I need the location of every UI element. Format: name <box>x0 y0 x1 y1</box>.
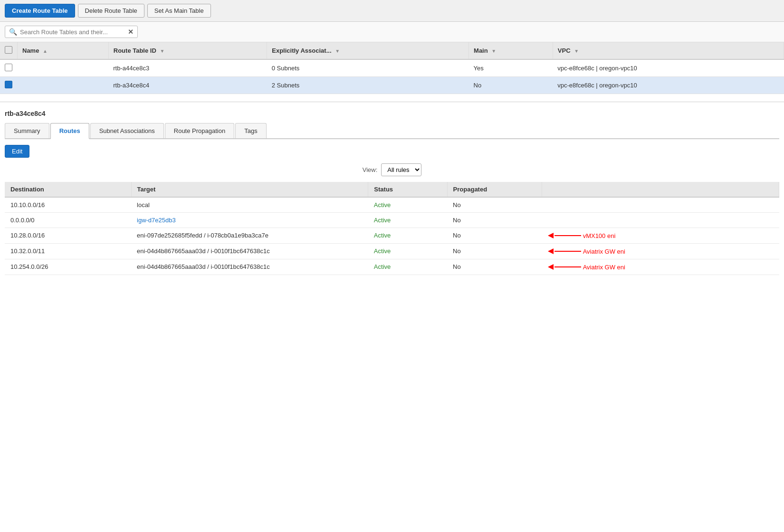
status-badge: Active <box>374 263 391 270</box>
cell-destination: 10.28.0.0/16 <box>5 228 131 244</box>
annotation-arrow-icon <box>548 263 581 271</box>
svg-marker-5 <box>548 264 554 270</box>
col-header-vpc[interactable]: VPC ▼ <box>553 42 784 59</box>
search-icon: 🔍 <box>9 28 17 36</box>
row-checkbox-col[interactable] <box>0 59 18 77</box>
cell-propagated: No <box>447 244 542 259</box>
cell-status: Active <box>368 259 447 275</box>
cell-status: Active <box>368 244 447 259</box>
routes-col-destination: Destination <box>5 182 131 197</box>
status-badge: Active <box>374 217 391 224</box>
col-header-explicitly-associated[interactable]: Explicitly Associat... ▼ <box>267 42 469 59</box>
cell-propagated: No <box>447 213 542 228</box>
tab-subnet-associations[interactable]: Subnet Associations <box>90 123 164 138</box>
cell-propagated: No <box>447 228 542 244</box>
routes-col-status: Status <box>368 182 447 197</box>
detail-tabs: SummaryRoutesSubnet AssociationsRoute Pr… <box>5 123 779 139</box>
tab-tags[interactable]: Tags <box>235 123 266 138</box>
col-header-name[interactable]: Name ▲ <box>18 42 109 59</box>
select-all-checkbox[interactable] <box>5 46 12 54</box>
cell-status: Active <box>368 197 447 213</box>
annotation-arrow-icon <box>548 232 581 239</box>
route-annotation: Aviatrix GW eni <box>548 263 774 271</box>
view-select[interactable]: All rules <box>381 163 421 176</box>
cell-main: No <box>469 77 553 94</box>
cell-target: igw-d7e25db3 <box>131 213 368 228</box>
status-badge: Active <box>374 247 391 255</box>
route-tables-table: Name ▲ Route Table ID ▼ Explicitly Assoc… <box>0 42 784 94</box>
cell-target: eni-04d4b867665aaa03d / i-0010f1bc647638… <box>131 244 368 259</box>
target-text: eni-097de252685f5fedd / i-078cb0a1e9ba3c… <box>137 232 268 239</box>
route-annotation: vMX100 eni <box>548 232 774 239</box>
route-row: 10.28.0.0/16 eni-097de252685f5fedd / i-0… <box>5 228 779 244</box>
table-header-row: Name ▲ Route Table ID ▼ Explicitly Assoc… <box>0 42 784 59</box>
annotation-label: Aviatrix GW eni <box>583 264 625 271</box>
cell-propagated: No <box>447 259 542 275</box>
cell-annotation <box>542 197 779 213</box>
routes-header-row: Destination Target Status Propagated <box>5 182 779 197</box>
cell-target: local <box>131 197 368 213</box>
routes-col-propagated: Propagated <box>447 182 542 197</box>
row-checkbox[interactable] <box>5 81 12 88</box>
edit-button-wrap: Edit <box>5 145 779 163</box>
route-row: 10.10.0.0/16 local Active No <box>5 197 779 213</box>
status-badge: Active <box>374 201 391 209</box>
edit-button[interactable]: Edit <box>5 145 29 158</box>
delete-route-table-button[interactable]: Delete Route Table <box>78 4 144 18</box>
route-row: 10.32.0.0/11 eni-04d4b867665aaa03d / i-0… <box>5 244 779 259</box>
col-header-route-table-id[interactable]: Route Table ID ▼ <box>108 42 267 59</box>
cell-route-table-id: rtb-a34ce8c4 <box>108 77 267 94</box>
cell-vpc: vpc-e8fce68c | oregon-vpc10 <box>553 59 784 77</box>
cell-target: eni-097de252685f5fedd / i-078cb0a1e9ba3c… <box>131 228 368 244</box>
search-bar: 🔍 ✕ <box>0 22 784 42</box>
table-row[interactable]: rtb-a44ce8c3 0 Subnets Yes vpc-e8fce68c … <box>0 59 784 77</box>
target-link[interactable]: igw-d7e25db3 <box>137 217 176 224</box>
cell-main: Yes <box>469 59 553 77</box>
sort-main-icon: ▼ <box>491 48 496 54</box>
set-main-table-button[interactable]: Set As Main Table <box>147 4 211 18</box>
target-text: eni-04d4b867665aaa03d / i-0010f1bc647638… <box>137 263 270 270</box>
cell-destination: 0.0.0.0/0 <box>5 213 131 228</box>
target-text: local <box>137 201 150 209</box>
table-row[interactable]: rtb-a34ce8c4 2 Subnets No vpc-e8fce68c |… <box>0 77 784 94</box>
annotation-label: Aviatrix GW eni <box>583 248 625 255</box>
cell-explicitly-associated: 0 Subnets <box>267 59 469 77</box>
annotation-arrow-icon <box>548 247 581 255</box>
cell-destination: 10.32.0.0/11 <box>5 244 131 259</box>
cell-annotation: vMX100 eni <box>542 228 779 244</box>
cell-route-table-id: rtb-a44ce8c3 <box>108 59 267 77</box>
tab-route-propagation[interactable]: Route Propagation <box>165 123 234 138</box>
cell-vpc: vpc-e8fce68c | oregon-vpc10 <box>553 77 784 94</box>
select-all-checkbox-col[interactable] <box>0 42 18 59</box>
search-input[interactable] <box>20 28 125 36</box>
routes-col-annotation <box>542 182 779 197</box>
cell-explicitly-associated: 2 Subnets <box>267 77 469 94</box>
annotation-label: vMX100 eni <box>583 232 616 239</box>
row-checkbox-col[interactable] <box>0 77 18 94</box>
target-text: eni-04d4b867665aaa03d / i-0010f1bc647638… <box>137 247 270 255</box>
cell-name <box>18 59 109 77</box>
status-badge: Active <box>374 232 391 239</box>
cell-status: Active <box>368 228 447 244</box>
route-row: 10.254.0.0/26 eni-04d4b867665aaa03d / i-… <box>5 259 779 275</box>
tab-routes[interactable]: Routes <box>50 123 89 139</box>
create-route-table-button[interactable]: Create Route Table <box>5 4 75 18</box>
cell-name <box>18 77 109 94</box>
svg-marker-1 <box>548 233 554 238</box>
detail-title: rtb-a34ce8c4 <box>5 110 779 117</box>
row-checkbox[interactable] <box>5 64 12 71</box>
sort-vpc-icon: ▼ <box>574 48 579 54</box>
tab-summary[interactable]: Summary <box>5 123 49 138</box>
cell-target: eni-04d4b867665aaa03d / i-0010f1bc647638… <box>131 259 368 275</box>
toolbar: Create Route Table Delete Route Table Se… <box>0 0 784 22</box>
cell-destination: 10.254.0.0/26 <box>5 259 131 275</box>
svg-marker-3 <box>548 248 554 254</box>
sort-name-icon: ▲ <box>43 48 48 54</box>
col-header-main[interactable]: Main ▼ <box>469 42 553 59</box>
route-row: 0.0.0.0/0 igw-d7e25db3 Active No <box>5 213 779 228</box>
sort-rtid-icon: ▼ <box>160 48 164 54</box>
view-selector-wrap: View: All rules <box>5 163 779 176</box>
search-input-wrap: 🔍 ✕ <box>5 26 138 38</box>
routes-col-target: Target <box>131 182 368 197</box>
clear-search-icon[interactable]: ✕ <box>128 28 134 36</box>
